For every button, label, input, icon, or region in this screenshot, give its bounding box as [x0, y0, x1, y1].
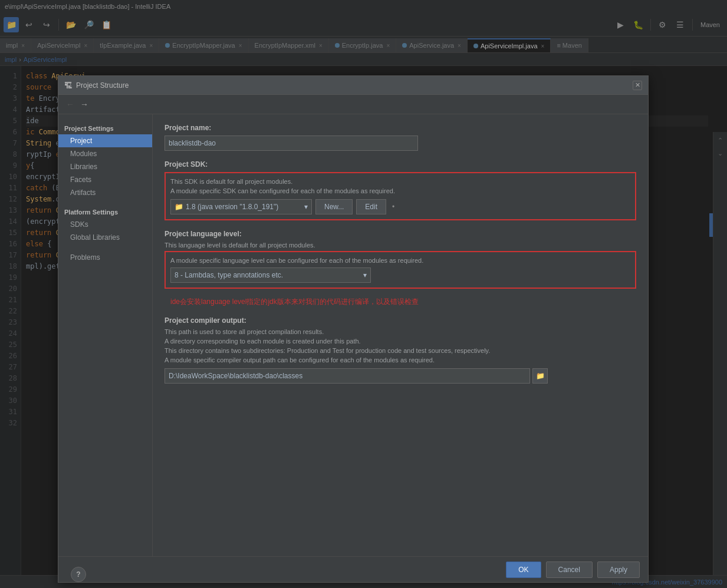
lang-red-box: A module specific language level can be … — [165, 251, 636, 289]
project-sdk-label: Project SDK: — [165, 160, 636, 169]
project-lang-row: Project language level: This language le… — [165, 230, 636, 307]
lang-desc-1: This language level is default for all p… — [165, 242, 636, 249]
ok-button[interactable]: OK — [506, 561, 541, 578]
red-annotation-text: ide会安装language level指定的jdk版本来对我们的代码进行编译，… — [170, 297, 419, 307]
sidebar-item-facets[interactable]: Facets — [58, 173, 152, 186]
sdk-desc-1: This SDK is default for all project modu… — [170, 178, 630, 185]
lang-desc-2: A module specific language level can be … — [170, 257, 630, 264]
sdk-select[interactable]: 📁 1.8 (java version "1.8.0_191") ▾ — [170, 199, 312, 214]
dialog-nav: ← → — [58, 95, 648, 114]
compiler-desc-1: This path is used to store all project c… — [165, 328, 636, 335]
dialog-close-button[interactable]: ✕ — [633, 81, 642, 90]
dialog-content: Project name: Project SDK: This SDK is d… — [153, 114, 648, 556]
dialog-sidebar: Project Settings Project Modules Librari… — [58, 114, 153, 556]
sdk-extra-indicator: • — [392, 203, 394, 211]
sdk-selector-row: 📁 1.8 (java version "1.8.0_191") ▾ New..… — [170, 199, 630, 214]
sdk-dropdown-icon: ▾ — [304, 203, 308, 211]
sidebar-item-artifacts[interactable]: Artifacts — [58, 186, 152, 199]
lang-dropdown-icon: ▾ — [363, 271, 367, 279]
help-button[interactable]: ? — [71, 567, 86, 582]
project-sdk-row: Project SDK: This SDK is default for all… — [165, 160, 636, 220]
lang-select-row: 8 - Lambdas, type annotations etc. ▾ — [170, 267, 630, 283]
lang-select-value: 8 - Lambdas, type annotations etc. — [175, 271, 283, 279]
compiler-desc-4: A module specific compiler output path c… — [165, 356, 636, 364]
sidebar-item-problems[interactable]: Problems — [58, 251, 152, 264]
sidebar-item-sdks[interactable]: SDKs — [58, 218, 152, 231]
sidebar-item-modules[interactable]: Modules — [58, 147, 152, 160]
sidebar-item-project[interactable]: Project — [58, 134, 152, 147]
lang-annotation-row: ide会安装language level指定的jdk版本来对我们的代码进行编译，… — [165, 297, 636, 307]
dialog-titlebar: 🏗 Project Structure ✕ — [58, 76, 648, 95]
cancel-button[interactable]: Cancel — [546, 561, 593, 578]
compiler-desc-3: This directory contains two subdirectori… — [165, 347, 636, 354]
platform-settings-label: Platform Settings — [58, 206, 152, 218]
sdk-select-value: 1.8 (java version "1.8.0_191") — [186, 203, 278, 211]
sdk-desc-2: A module specific SDK can be configured … — [170, 187, 630, 194]
dialog-body: Project Settings Project Modules Librari… — [58, 114, 648, 556]
project-name-input[interactable] — [165, 136, 418, 151]
compiler-desc-2: A directory corresponding to each module… — [165, 338, 636, 345]
compiler-output-section: Project compiler output: This path is us… — [165, 316, 636, 384]
dialog-title-text: Project Structure — [76, 81, 129, 90]
compiler-output-label: Project compiler output: — [165, 316, 636, 325]
dialog-footer: OK Cancel Apply — [58, 556, 648, 582]
compiler-output-browse-btn[interactable]: 📁 — [532, 368, 548, 384]
nav-back-arrow[interactable]: ← — [64, 98, 76, 110]
sdk-new-button[interactable]: New... — [315, 199, 353, 214]
language-level-select[interactable]: 8 - Lambdas, type annotations etc. ▾ — [170, 267, 371, 283]
sidebar-item-libraries[interactable]: Libraries — [58, 160, 152, 173]
compiler-output-path-input[interactable] — [165, 368, 530, 384]
nav-forward-arrow[interactable]: → — [78, 98, 90, 110]
project-name-label: Project name: — [165, 124, 636, 132]
sdk-red-box: This SDK is default for all project modu… — [165, 172, 636, 220]
output-path-row: 📁 — [165, 368, 636, 384]
sdk-select-icon: 📁 — [175, 203, 183, 211]
sidebar-item-global-libraries[interactable]: Global Libraries — [58, 231, 152, 244]
project-name-row: Project name: — [165, 124, 636, 151]
project-lang-label: Project language level: — [165, 230, 636, 238]
project-structure-dialog: 🏗 Project Structure ✕ ← → Project Settin… — [58, 75, 649, 583]
apply-button[interactable]: Apply — [597, 561, 640, 578]
dialog-title: 🏗 Project Structure — [64, 81, 129, 90]
project-settings-label: Project Settings — [58, 123, 152, 134]
sdk-edit-button[interactable]: Edit — [356, 199, 386, 214]
